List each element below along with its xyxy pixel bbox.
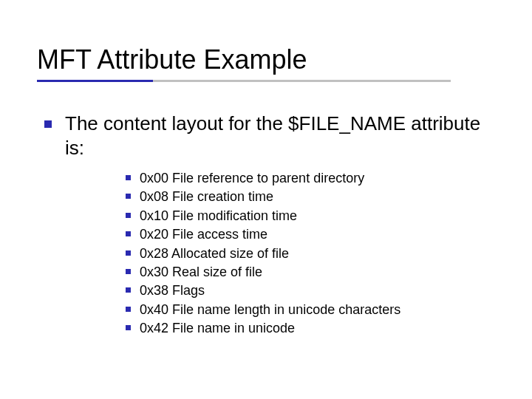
main-item-text: The content layout for the $FILE_NAME at… xyxy=(65,112,495,160)
main-list: The content layout for the $FILE_NAME at… xyxy=(37,112,495,160)
bullet-icon xyxy=(126,194,131,199)
list-item: 0x42 File name in unicode xyxy=(126,320,495,337)
list-item: 0x08 File creation time xyxy=(126,188,495,205)
title-container: MFT Attribute Example xyxy=(37,44,495,82)
bullet-icon xyxy=(126,287,131,293)
bullet-icon xyxy=(44,120,52,128)
list-item-text: 0x08 File creation time xyxy=(140,188,273,205)
list-item: 0x00 File reference to parent directory xyxy=(126,170,495,187)
list-item: 0x20 File access time xyxy=(126,226,495,243)
list-item: 0x10 File modification time xyxy=(126,208,495,225)
bullet-icon xyxy=(126,175,131,180)
sub-list: 0x00 File reference to parent directory … xyxy=(37,170,495,338)
main-item: The content layout for the $FILE_NAME at… xyxy=(44,112,495,160)
list-item: 0x28 Allocated size of file xyxy=(126,245,495,262)
list-item-text: 0x40 File name length in unicode charact… xyxy=(140,301,400,318)
list-item: 0x30 Real size of file xyxy=(126,264,495,281)
list-item-text: 0x38 Flags xyxy=(140,282,205,299)
list-item-text: 0x42 File name in unicode xyxy=(140,320,295,337)
list-item-text: 0x00 File reference to parent directory xyxy=(140,170,364,187)
title-underline xyxy=(37,80,451,82)
list-item-text: 0x30 Real size of file xyxy=(140,264,262,281)
bullet-icon xyxy=(126,307,131,312)
list-item-text: 0x28 Allocated size of file xyxy=(140,245,289,262)
bullet-icon xyxy=(126,250,131,256)
list-item: 0x38 Flags xyxy=(126,282,495,299)
slide-title: MFT Attribute Example xyxy=(37,44,495,75)
bullet-icon xyxy=(126,325,131,330)
bullet-icon xyxy=(126,269,131,274)
list-item: 0x40 File name length in unicode charact… xyxy=(126,301,495,318)
bullet-icon xyxy=(126,231,131,236)
bullet-icon xyxy=(126,213,131,218)
list-item-text: 0x20 File access time xyxy=(140,226,267,243)
list-item-text: 0x10 File modification time xyxy=(140,208,297,225)
